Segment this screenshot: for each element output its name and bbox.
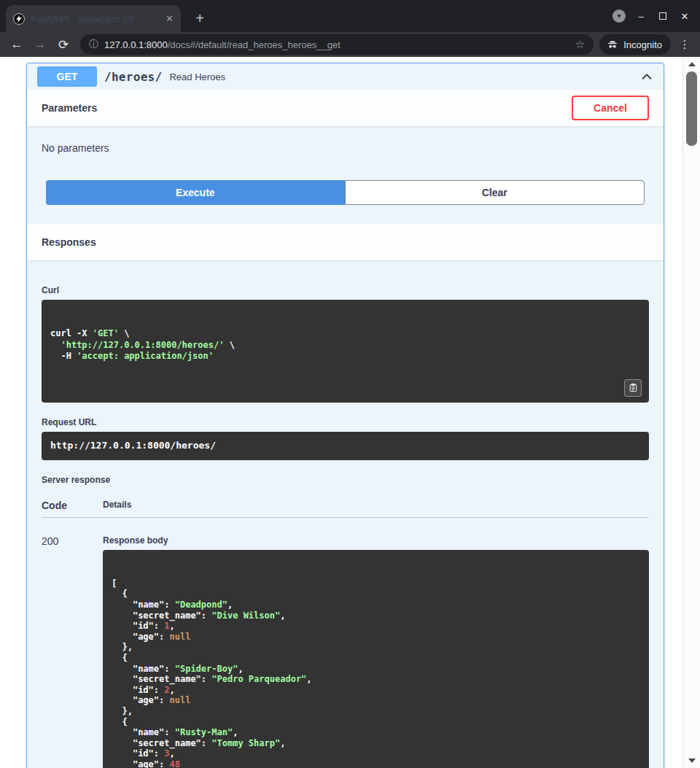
no-parameters-text: No parameters (27, 126, 664, 180)
operation-summary: Read Heroes (169, 71, 225, 82)
response-body-label: Response body (103, 535, 649, 546)
responses-content: Curl curl -X 'GET' \ 'http://127.0.0.1:8… (27, 260, 664, 768)
url-path: /docs#/default/read_heroes_heroes__get (168, 39, 341, 50)
curl-label: Curl (42, 285, 649, 295)
execute-row: Execute Clear (27, 180, 664, 224)
opblock-get-heroes: GET /heroes/ Read Heroes Parameters Canc… (26, 63, 664, 768)
copy-curl-button[interactable] (624, 379, 642, 397)
response-body-block: [ { "name": "Deadpond", "secret_name": "… (103, 550, 649, 768)
browser-menu-button[interactable]: ⋮ (675, 38, 694, 51)
curl-command-text: curl -X 'GET' \ 'http://127.0.0.1:8000/h… (50, 328, 640, 362)
swagger-page: GET /heroes/ Read Heroes Parameters Canc… (0, 57, 700, 768)
request-url-label: Request URL (42, 417, 649, 427)
request-url-block: http://127.0.0.1:8000/heroes/ (42, 432, 649, 460)
incognito-label: Incognito (623, 39, 662, 50)
close-window-button[interactable]: ✕ (674, 0, 696, 32)
browser-toolbar: ← → ⟳ ⓘ 127.0.0.1:8000/docs#/default/rea… (0, 32, 700, 57)
responses-title: Responses (42, 236, 96, 248)
details-column-header: Details (103, 500, 131, 511)
url-host: 127.0.0.1:8000 (104, 39, 168, 50)
scrollbar-thumb[interactable] (686, 71, 697, 146)
operation-path: /heroes/ (104, 70, 162, 84)
tab-parameters[interactable]: Parameters (42, 102, 572, 114)
execute-button[interactable]: Execute (46, 180, 345, 205)
response-body-json: [ { "name": "Deadpond", "secret_name": "… (112, 578, 640, 768)
server-response-label: Server response (42, 475, 649, 485)
address-bar[interactable]: ⓘ 127.0.0.1:8000/docs#/default/read_hero… (80, 34, 594, 55)
minimize-button[interactable]: – (630, 0, 652, 32)
clear-button[interactable]: Clear (345, 180, 645, 205)
response-table-header: Code Details (42, 489, 649, 518)
bookmark-star-icon[interactable]: ☆ (575, 38, 585, 51)
new-tab-button[interactable]: + (190, 8, 210, 28)
tab-search-button[interactable]: ▾ (608, 0, 630, 32)
parameters-header: Parameters Cancel (27, 90, 664, 126)
response-details-cell: Response body [ { "name": "Deadpond", "s… (103, 535, 649, 768)
fastapi-favicon-icon (13, 13, 25, 25)
maximize-icon (659, 12, 666, 20)
responses-header: Responses (27, 224, 664, 260)
http-method-badge: GET (37, 66, 97, 87)
status-code: 200 (42, 535, 103, 768)
back-button[interactable]: ← (6, 34, 28, 55)
code-column-header: Code (42, 500, 103, 511)
maximize-button[interactable] (652, 0, 674, 32)
tab-close-icon[interactable]: ✕ (166, 14, 174, 23)
collapse-chevron-up-icon[interactable] (640, 70, 653, 83)
curl-command-block: curl -X 'GET' \ 'http://127.0.0.1:8000/h… (42, 300, 649, 403)
window-controls: ▾ – ✕ (608, 0, 696, 32)
cancel-button[interactable]: Cancel (572, 96, 649, 120)
incognito-icon (607, 39, 618, 50)
browser-tab[interactable]: FastAPI - Swagger UI ✕ (6, 5, 181, 32)
forward-button[interactable]: → (29, 34, 51, 55)
reload-button[interactable]: ⟳ (52, 34, 74, 55)
page-scrollbar[interactable] (682, 57, 700, 768)
scroll-down-arrow[interactable] (683, 755, 700, 767)
incognito-badge: Incognito (599, 34, 671, 55)
browser-titlebar: FastAPI - Swagger UI ✕ + ▾ – ✕ (0, 0, 700, 32)
response-row-200: 200 Response body [ { "name": "Deadpond"… (42, 518, 649, 768)
opblock-summary[interactable]: GET /heroes/ Read Heroes (27, 63, 664, 90)
tab-title: FastAPI - Swagger UI (31, 13, 160, 25)
page-info-icon[interactable]: ⓘ (89, 38, 98, 51)
url-text[interactable]: 127.0.0.1:8000/docs#/default/read_heroes… (104, 39, 569, 50)
scroll-up-arrow[interactable] (683, 58, 700, 70)
chevron-down-icon: ▾ (612, 9, 626, 23)
